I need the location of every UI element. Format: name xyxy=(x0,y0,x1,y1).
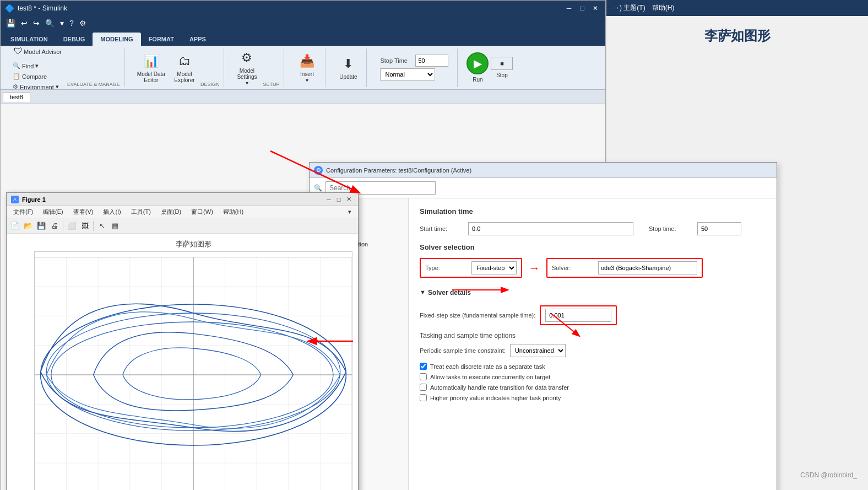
config-body: Import/Export nd Data Types stics are Im… xyxy=(310,198,777,490)
solver-type-select[interactable]: Fixed-step xyxy=(471,261,517,274)
figure-icon: A xyxy=(11,196,19,203)
figure-minimize-btn[interactable]: ─ xyxy=(324,195,334,204)
solver-row: Type: Fixed-step → Solver: xyxy=(420,258,766,278)
update-icon: ⬇ xyxy=(339,55,357,73)
environment-btn[interactable]: ⚙ Environment ▾ xyxy=(9,82,65,91)
update-btn[interactable]: ⬇ Update xyxy=(334,53,362,82)
insert-icon: 📥 xyxy=(298,52,316,70)
stop-time-input-config[interactable] xyxy=(697,222,741,235)
separator2 xyxy=(93,221,94,231)
menu-help[interactable]: 帮助(H) xyxy=(219,207,248,217)
cursor-icon[interactable]: ↖ xyxy=(96,220,108,232)
menu-tools[interactable]: 工具(T) xyxy=(127,207,155,217)
undo-icon[interactable]: ↩ xyxy=(20,19,29,28)
print-icon[interactable]: 🖨 xyxy=(48,220,61,232)
tab-modeling[interactable]: MODELING xyxy=(93,33,140,46)
figure-maximize-btn[interactable]: □ xyxy=(334,195,344,204)
setup-group: ⚙ Model Settings ▾ SETUP xyxy=(229,49,284,87)
start-time-label: Start time: xyxy=(420,225,464,232)
table-icon[interactable]: ▦ xyxy=(109,220,121,232)
menu-file[interactable]: 文件(F) xyxy=(9,207,37,217)
checkbox-concurrent[interactable] xyxy=(420,373,427,380)
solver-type-label: Type: xyxy=(425,265,469,271)
periodic-row: Periodic sample time constraint: Unconst… xyxy=(420,344,766,357)
insert-btn[interactable]: 📥 Insert ▾ xyxy=(293,50,321,85)
solver-name-label: Solver: xyxy=(552,265,596,271)
design-group: 📊 Model Data Editor 🗂 Model Explorer DES… xyxy=(129,49,225,87)
figure-menu-bar: 文件(F) 编辑(E) 查看(V) 插入(I) 工具(T) 桌面(D) 窗口(W… xyxy=(7,206,358,218)
help-icon[interactable]: ? xyxy=(68,19,75,28)
figure-close-btn[interactable]: ✕ xyxy=(344,195,354,204)
menu-window[interactable]: 窗口(W) xyxy=(187,207,218,217)
env-dropdown-icon: ▾ xyxy=(56,83,59,90)
stop-time-input[interactable] xyxy=(415,55,448,67)
config-search-bar: 🔍 xyxy=(310,178,777,198)
save-fig-icon[interactable]: 💾 xyxy=(35,220,47,232)
settings-dropdown-icon: ▾ xyxy=(246,80,248,86)
model-advisor-icon: 🛡 xyxy=(13,46,24,57)
checkbox-concurrent-label: Allow tasks to execute concurrently on t… xyxy=(430,374,550,380)
solver-selection-title: Solver selection xyxy=(420,243,766,251)
solver-selection-section: Solver selection Type: Fixed-step → xyxy=(420,243,766,278)
model-explorer-btn[interactable]: 🗂 Model Explorer xyxy=(171,50,198,85)
save-icon[interactable]: 💾 xyxy=(5,19,17,28)
sim-time-group: Stop Time Normal xyxy=(371,49,458,87)
zoom-in-icon[interactable]: ⬜ xyxy=(66,220,78,232)
title-bar: 🔷 test8 * - Simulink ─ □ ✕ xyxy=(1,1,605,16)
start-time-input[interactable] xyxy=(468,222,633,235)
model-advisor-btn[interactable]: 🛡 Model Advisor xyxy=(9,44,65,60)
window-title: test8 * - Simulink xyxy=(18,4,563,12)
close-button[interactable]: ✕ xyxy=(590,3,601,14)
quick-access-toolbar: 💾 ↩ ↪ 🔍 ▾ ? ⚙ xyxy=(1,16,605,30)
config-content: Simulation time Start time: Stop time: S… xyxy=(409,198,777,490)
maximize-button[interactable]: □ xyxy=(577,3,588,14)
solver-name-input[interactable] xyxy=(598,261,697,274)
checkbox-row-4: Higher priority value indicates higher t… xyxy=(420,394,766,401)
insert-dropdown-icon: ▾ xyxy=(306,77,308,83)
run-button[interactable]: ▶ xyxy=(466,52,489,74)
run-label: Run xyxy=(473,77,482,83)
checkbox-discrete-rate[interactable] xyxy=(420,363,427,370)
config-title-bar: ⚙ Configuration Parameters: test8/Config… xyxy=(310,163,777,178)
menu-edit[interactable]: 编辑(E) xyxy=(39,207,68,217)
periodic-select[interactable]: Unconstrained xyxy=(510,344,566,357)
dropdown-arrow-icon[interactable]: ▾ xyxy=(59,19,65,28)
fixed-step-label: Fixed-step size (fundamental sample time… xyxy=(420,312,535,319)
model-data-editor-icon: 📊 xyxy=(142,52,160,70)
checkbox-priority[interactable] xyxy=(420,394,427,401)
setup-label: SETUP xyxy=(263,82,279,87)
redo-icon[interactable]: ↪ xyxy=(32,19,41,28)
stop-button[interactable]: ■ xyxy=(491,57,513,70)
figure-dropdown-btn[interactable]: ▾ xyxy=(344,207,356,217)
config-icon: ⚙ xyxy=(314,166,323,175)
new-icon[interactable]: 📄 xyxy=(9,220,21,232)
canvas-tab-test8[interactable]: test8 xyxy=(3,92,30,102)
find-btn[interactable]: 🔍 Find ▾ xyxy=(9,61,65,71)
model-settings-btn[interactable]: ⚙ Model Settings ▾ xyxy=(233,47,261,88)
menu-desktop[interactable]: 桌面(D) xyxy=(156,207,186,217)
tab-apps[interactable]: APPS xyxy=(182,33,214,46)
run-stop-buttons: ▶ Run xyxy=(466,52,489,83)
simulink-window: 🔷 test8 * - Simulink ─ □ ✕ 💾 ↩ ↪ 🔍 ▾ ? ⚙… xyxy=(0,0,606,490)
minimize-button[interactable]: ─ xyxy=(563,3,574,14)
fixed-step-input[interactable] xyxy=(545,309,611,322)
image-icon[interactable]: 🖼 xyxy=(79,220,91,232)
tasking-section: Tasking and sample time options Periodic… xyxy=(420,332,766,401)
compare-btn[interactable]: 📋 Compare xyxy=(9,72,65,81)
settings-icon[interactable]: ⚙ xyxy=(78,19,88,28)
menu-view[interactable]: 查看(V) xyxy=(69,207,98,217)
tab-format[interactable]: FORMAT xyxy=(141,33,182,46)
ribbon-toolbar: 🛡 Model Advisor 🔍 Find ▾ 📋 Compare ⚙ Env… xyxy=(1,46,605,90)
open-icon[interactable]: 📂 xyxy=(22,220,34,232)
figure-title-bar: A Figure 1 ─ □ ✕ xyxy=(7,193,358,206)
run-stop-group: ▶ Run ■ Stop xyxy=(462,49,517,87)
zoom-icon[interactable]: 🔍 xyxy=(44,19,56,28)
right-panel-menu-item-1: →) 主题(T) xyxy=(613,3,645,13)
solver-details-title: Solver details xyxy=(428,289,471,297)
checkbox-rate-transition[interactable] xyxy=(420,384,427,391)
menu-insert[interactable]: 插入(I) xyxy=(99,207,125,217)
config-title-text: Configuration Parameters: test8/Configur… xyxy=(326,167,772,174)
normal-dropdown[interactable]: Normal xyxy=(380,68,435,80)
find-dropdown-icon: ▾ xyxy=(35,62,39,69)
model-data-editor-btn[interactable]: 📊 Model Data Editor xyxy=(134,50,169,85)
